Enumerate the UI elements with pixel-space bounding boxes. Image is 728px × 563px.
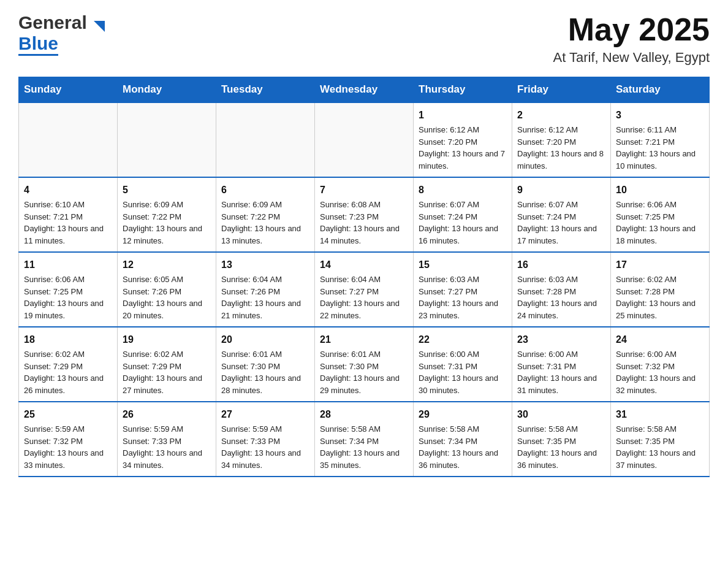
sunrise-text: Sunrise: 6:09 AM bbox=[123, 199, 211, 211]
sunset-text: Sunset: 7:35 PM bbox=[517, 435, 605, 448]
calendar-cell-w3-d5: 16Sunrise: 6:03 AMSunset: 7:28 PMDayligh… bbox=[512, 252, 611, 327]
week-row-2: 4Sunrise: 6:10 AMSunset: 7:21 PMDaylight… bbox=[19, 177, 710, 252]
day-number: 24 bbox=[616, 332, 704, 347]
day-number: 2 bbox=[517, 108, 605, 123]
daylight-text: Daylight: 13 hours and 34 minutes. bbox=[221, 447, 309, 471]
daylight-text: Daylight: 13 hours and 7 minutes. bbox=[419, 148, 507, 172]
day-number: 11 bbox=[24, 258, 112, 272]
sunrise-text: Sunrise: 6:00 AM bbox=[517, 348, 605, 361]
sunrise-text: Sunrise: 6:07 AM bbox=[517, 199, 605, 211]
sunrise-text: Sunrise: 6:02 AM bbox=[616, 274, 704, 286]
sunset-text: Sunset: 7:24 PM bbox=[419, 211, 507, 223]
daylight-text: Daylight: 13 hours and 36 minutes. bbox=[517, 447, 605, 471]
sunrise-text: Sunrise: 6:06 AM bbox=[24, 274, 112, 286]
daylight-text: Daylight: 13 hours and 33 minutes. bbox=[24, 447, 112, 471]
sunrise-text: Sunrise: 6:10 AM bbox=[24, 199, 112, 211]
logo: General Blue bbox=[18, 12, 94, 54]
col-sunday: Sunday bbox=[19, 77, 118, 103]
daylight-text: Daylight: 13 hours and 10 minutes. bbox=[616, 148, 704, 172]
col-tuesday: Tuesday bbox=[216, 77, 315, 103]
calendar-cell-w4-d4: 22Sunrise: 6:00 AMSunset: 7:31 PMDayligh… bbox=[414, 327, 512, 402]
calendar-cell-w2-d4: 8Sunrise: 6:07 AMSunset: 7:24 PMDaylight… bbox=[414, 177, 512, 252]
daylight-text: Daylight: 13 hours and 34 minutes. bbox=[123, 447, 211, 471]
sunrise-text: Sunrise: 6:09 AM bbox=[221, 199, 309, 211]
sunrise-text: Sunrise: 5:58 AM bbox=[616, 423, 704, 435]
sunrise-text: Sunrise: 5:58 AM bbox=[320, 423, 408, 435]
week-row-5: 25Sunrise: 5:59 AMSunset: 7:32 PMDayligh… bbox=[19, 402, 710, 477]
calendar-cell-w3-d2: 13Sunrise: 6:04 AMSunset: 7:26 PMDayligh… bbox=[216, 252, 315, 327]
page-header: General Blue May 2025 At Tarif, New Vall… bbox=[18, 12, 710, 66]
calendar-cell-w3-d6: 17Sunrise: 6:02 AMSunset: 7:28 PMDayligh… bbox=[611, 252, 710, 327]
calendar-cell-w4-d1: 19Sunrise: 6:02 AMSunset: 7:29 PMDayligh… bbox=[118, 327, 216, 402]
daylight-text: Daylight: 13 hours and 13 minutes. bbox=[221, 223, 309, 247]
day-number: 4 bbox=[24, 183, 112, 197]
sunrise-text: Sunrise: 6:03 AM bbox=[517, 274, 605, 286]
sunrise-text: Sunrise: 6:02 AM bbox=[24, 348, 112, 361]
calendar-cell-w1-d6: 3Sunrise: 6:11 AMSunset: 7:21 PMDaylight… bbox=[611, 102, 710, 177]
calendar-cell-w4-d5: 23Sunrise: 6:00 AMSunset: 7:31 PMDayligh… bbox=[512, 327, 611, 402]
calendar-cell-w3-d0: 11Sunrise: 6:06 AMSunset: 7:25 PMDayligh… bbox=[19, 252, 118, 327]
daylight-text: Daylight: 13 hours and 32 minutes. bbox=[616, 372, 704, 396]
sunset-text: Sunset: 7:29 PM bbox=[123, 361, 211, 373]
day-number: 22 bbox=[419, 332, 507, 347]
daylight-text: Daylight: 13 hours and 16 minutes. bbox=[419, 223, 507, 247]
sunrise-text: Sunrise: 6:12 AM bbox=[517, 124, 605, 136]
day-number: 10 bbox=[616, 183, 704, 197]
sunrise-text: Sunrise: 6:12 AM bbox=[419, 124, 507, 136]
sunset-text: Sunset: 7:21 PM bbox=[616, 136, 704, 148]
day-number: 18 bbox=[24, 332, 112, 347]
col-saturday: Saturday bbox=[611, 77, 710, 103]
sunrise-text: Sunrise: 6:06 AM bbox=[616, 199, 704, 211]
col-friday: Friday bbox=[512, 77, 611, 103]
calendar-cell-w3-d3: 14Sunrise: 6:04 AMSunset: 7:27 PMDayligh… bbox=[315, 252, 414, 327]
day-number: 27 bbox=[221, 407, 309, 422]
calendar-table: Sunday Monday Tuesday Wednesday Thursday… bbox=[18, 77, 710, 477]
day-number: 6 bbox=[221, 183, 309, 197]
sunset-text: Sunset: 7:20 PM bbox=[419, 136, 507, 148]
sunset-text: Sunset: 7:30 PM bbox=[320, 361, 408, 373]
calendar-cell-w5-d1: 26Sunrise: 5:59 AMSunset: 7:33 PMDayligh… bbox=[118, 402, 216, 477]
day-number: 15 bbox=[419, 258, 507, 272]
daylight-text: Daylight: 13 hours and 31 minutes. bbox=[517, 372, 605, 396]
col-wednesday: Wednesday bbox=[315, 77, 414, 103]
calendar-subtitle: At Tarif, New Valley, Egypt bbox=[553, 50, 710, 66]
sunrise-text: Sunrise: 6:07 AM bbox=[419, 199, 507, 211]
calendar-cell-w4-d2: 20Sunrise: 6:01 AMSunset: 7:30 PMDayligh… bbox=[216, 327, 315, 402]
daylight-text: Daylight: 13 hours and 12 minutes. bbox=[123, 223, 211, 247]
calendar-cell-w2-d6: 10Sunrise: 6:06 AMSunset: 7:25 PMDayligh… bbox=[611, 177, 710, 252]
sunset-text: Sunset: 7:23 PM bbox=[320, 211, 408, 223]
calendar-cell-w1-d4: 1Sunrise: 6:12 AMSunset: 7:20 PMDaylight… bbox=[414, 102, 512, 177]
sunrise-text: Sunrise: 6:00 AM bbox=[419, 348, 507, 361]
calendar-cell-w5-d3: 28Sunrise: 5:58 AMSunset: 7:34 PMDayligh… bbox=[315, 402, 414, 477]
daylight-text: Daylight: 13 hours and 19 minutes. bbox=[24, 297, 112, 321]
sunset-text: Sunset: 7:31 PM bbox=[419, 361, 507, 373]
daylight-text: Daylight: 13 hours and 27 minutes. bbox=[123, 372, 211, 396]
sunset-text: Sunset: 7:20 PM bbox=[517, 136, 605, 148]
calendar-cell-w1-d3 bbox=[315, 102, 414, 177]
calendar-cell-w4-d3: 21Sunrise: 6:01 AMSunset: 7:30 PMDayligh… bbox=[315, 327, 414, 402]
calendar-cell-w2-d3: 7Sunrise: 6:08 AMSunset: 7:23 PMDaylight… bbox=[315, 177, 414, 252]
sunset-text: Sunset: 7:32 PM bbox=[616, 361, 704, 373]
sunset-text: Sunset: 7:34 PM bbox=[320, 435, 408, 448]
sunrise-text: Sunrise: 6:02 AM bbox=[123, 348, 211, 361]
sunset-text: Sunset: 7:29 PM bbox=[24, 361, 112, 373]
calendar-cell-w2-d2: 6Sunrise: 6:09 AMSunset: 7:22 PMDaylight… bbox=[216, 177, 315, 252]
calendar-cell-w1-d1 bbox=[118, 102, 216, 177]
sunset-text: Sunset: 7:22 PM bbox=[123, 211, 211, 223]
daylight-text: Daylight: 13 hours and 23 minutes. bbox=[419, 297, 507, 321]
logo-general-text: General bbox=[18, 12, 87, 33]
daylight-text: Daylight: 13 hours and 14 minutes. bbox=[320, 223, 408, 247]
day-number: 23 bbox=[517, 332, 605, 347]
sunrise-text: Sunrise: 6:11 AM bbox=[616, 124, 704, 136]
sunrise-text: Sunrise: 6:04 AM bbox=[221, 274, 309, 286]
sunset-text: Sunset: 7:22 PM bbox=[221, 211, 309, 223]
calendar-cell-w5-d6: 31Sunrise: 5:58 AMSunset: 7:35 PMDayligh… bbox=[611, 402, 710, 477]
daylight-text: Daylight: 13 hours and 8 minutes. bbox=[517, 148, 605, 172]
calendar-cell-w5-d4: 29Sunrise: 5:58 AMSunset: 7:34 PMDayligh… bbox=[414, 402, 512, 477]
calendar-header-row: Sunday Monday Tuesday Wednesday Thursday… bbox=[19, 77, 710, 103]
day-number: 9 bbox=[517, 183, 605, 197]
day-number: 19 bbox=[123, 332, 211, 347]
sunrise-text: Sunrise: 6:01 AM bbox=[221, 348, 309, 361]
sunrise-text: Sunrise: 5:59 AM bbox=[123, 423, 211, 435]
daylight-text: Daylight: 13 hours and 18 minutes. bbox=[616, 223, 704, 247]
